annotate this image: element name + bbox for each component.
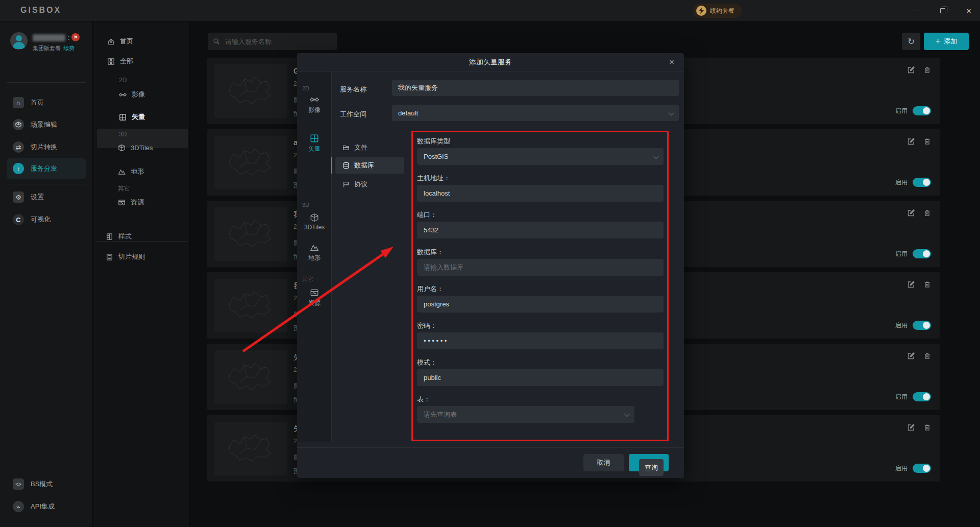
database-input[interactable]: 请输入数据库 — [417, 259, 664, 276]
edit-icon[interactable] — [907, 66, 915, 76]
rail-item-terrain[interactable]: 地形 — [297, 243, 332, 262]
plan-label: 集团版套餐 — [33, 45, 61, 51]
panel-item-imagery[interactable]: 影像 — [119, 90, 145, 99]
grid-icon — [107, 58, 115, 65]
enable-toggle[interactable] — [913, 106, 931, 115]
dialog-close-icon[interactable]: × — [667, 57, 677, 67]
gear-icon: ⚙ — [13, 191, 24, 203]
app-window: GISBOX 续约套餐 × : ⚑ 集团版套餐续费 ⌂ 首页 场景编辑 — [0, 0, 980, 527]
workspace-select[interactable]: default — [392, 105, 679, 121]
delete-icon[interactable] — [923, 280, 931, 290]
table-select[interactable]: 请先查询表 — [417, 406, 634, 423]
delete-icon[interactable] — [923, 137, 931, 147]
renew-plan-label: 续约套餐 — [710, 7, 734, 15]
edit-icon[interactable] — [907, 352, 915, 362]
edit-icon[interactable] — [907, 209, 915, 219]
enable-toggle[interactable] — [913, 249, 931, 258]
renew-link[interactable]: 续费 — [63, 45, 75, 51]
app-logo: GISBOX — [20, 6, 61, 15]
edit-icon[interactable] — [907, 280, 915, 290]
rail-item-3dtiles[interactable]: 3DTiles — [297, 213, 332, 231]
sidebar-item-visualization[interactable]: C 可视化 — [7, 209, 86, 230]
panel-item-vector[interactable]: 矢量 — [119, 112, 145, 122]
renew-plan-button[interactable]: 续约套餐 — [693, 4, 742, 18]
rail-section-3d: 3D — [302, 202, 309, 208]
sidebar-item-service-publish[interactable]: ↑ 服务分发 — [7, 158, 86, 179]
chevron-down-icon — [669, 109, 673, 117]
panel-item-all[interactable]: 全部 — [107, 57, 133, 66]
db-type-value: PostGIS — [424, 153, 448, 160]
home-icon: ⌂ — [13, 97, 24, 108]
table-placeholder: 请先查询表 — [424, 410, 457, 419]
section-label-2d: 2D — [119, 77, 127, 84]
sidebar-item-label: 服务分发 — [31, 164, 57, 173]
chevron-down-icon — [653, 153, 657, 160]
enable-toggle[interactable] — [913, 464, 931, 473]
close-button[interactable]: × — [961, 6, 976, 15]
panel-item-3dtiles[interactable]: 3DTiles — [118, 144, 153, 152]
db-type-select[interactable]: PostGIS — [417, 148, 664, 165]
panel-item-style[interactable]: 样式 — [106, 232, 132, 241]
panel-item-label: 资源 — [131, 198, 144, 207]
category-panel: 首页 全部 45 2D 影像 6 矢量 6 3D 3DTiles 30 地形 3 — [93, 21, 190, 527]
query-button[interactable]: 查询 — [639, 459, 664, 476]
delete-icon[interactable] — [923, 352, 931, 362]
add-service-button[interactable]: + 添加 — [924, 33, 969, 50]
tab-label: 文件 — [354, 143, 368, 152]
avatar[interactable] — [10, 32, 28, 50]
password-input[interactable]: • • • • • • — [417, 332, 664, 349]
schema-input[interactable]: public — [417, 369, 664, 386]
enable-toggle[interactable] — [913, 392, 931, 401]
tab-database[interactable]: 数据库 — [335, 157, 404, 174]
edit-icon[interactable] — [907, 423, 915, 433]
port-value: 5432 — [424, 226, 438, 234]
tab-file[interactable]: 文件 — [335, 139, 404, 156]
rail-item-imagery[interactable]: 影像 — [297, 95, 332, 114]
port-input[interactable]: 5432 — [417, 222, 664, 238]
username-input[interactable]: postgres — [417, 296, 664, 313]
satellite-icon — [310, 95, 319, 104]
enable-toggle[interactable] — [913, 178, 931, 187]
panel-item-label: 矢量 — [132, 112, 145, 122]
sidebar-item-home[interactable]: ⌂ 首页 — [7, 92, 86, 113]
divider — [97, 241, 188, 242]
plug-icon: ⌁ — [13, 501, 24, 512]
refresh-button[interactable]: ↻ — [902, 33, 920, 50]
delete-icon[interactable] — [923, 66, 931, 76]
panel-item-home[interactable]: 首页 — [107, 37, 133, 46]
username-label: 用户名： — [417, 284, 444, 294]
3dtiles-cube-icon — [118, 144, 126, 152]
dialog-header: 添加矢量服务 × — [297, 53, 684, 71]
sidebar-item-slice-convert[interactable]: ⇄ 切片转换 — [7, 137, 86, 157]
add-vector-service-dialog: 添加矢量服务 × 2D 影像 矢量 3D 3DTiles 地形 其它 — [297, 53, 684, 478]
transfer-icon: ⇄ — [13, 141, 24, 153]
sidebar-item-scene-edit[interactable]: 场景编辑 — [7, 114, 86, 135]
3dtiles-cube-icon — [310, 213, 319, 222]
delete-icon[interactable] — [923, 209, 931, 219]
enable-toggle[interactable] — [913, 321, 931, 330]
sidebar-item-bs-mode[interactable]: <> BS模式 — [7, 474, 86, 494]
panel-item-label: 首页 — [120, 37, 133, 46]
tab-protocol[interactable]: 协议 — [335, 176, 404, 193]
panel-item-terrain[interactable]: 地形 — [118, 167, 144, 176]
minimize-button[interactable] — [908, 6, 923, 15]
service-name-input[interactable]: 我的矢量服务 — [392, 80, 679, 96]
search-input[interactable] — [224, 37, 326, 46]
edit-icon[interactable] — [907, 137, 915, 147]
sidebar-item-api-integration[interactable]: ⌁ API集成 — [7, 496, 86, 517]
section-label-other: 其它 — [118, 184, 130, 193]
delete-icon[interactable] — [923, 423, 931, 433]
rail-item-resource[interactable]: 资源 — [297, 288, 332, 307]
panel-item-label: 3DTiles — [131, 144, 153, 152]
maximize-button[interactable] — [935, 6, 950, 15]
panel-item-resource[interactable]: 资源 — [118, 198, 144, 207]
db-type-label: 数据库类型 — [417, 137, 450, 146]
cancel-button[interactable]: 取消 — [583, 454, 624, 471]
sidebar-item-settings[interactable]: ⚙ 设置 — [7, 187, 86, 207]
panel-item-slice-rule[interactable]: 切片规则 — [106, 252, 145, 261]
rail-item-vector[interactable]: 矢量 — [297, 134, 332, 153]
host-input[interactable]: localhost — [417, 185, 664, 202]
rail-item-label: 影像 — [297, 106, 332, 114]
panel-item-label: 全部 — [120, 57, 133, 66]
host-value: localhost — [424, 189, 450, 197]
